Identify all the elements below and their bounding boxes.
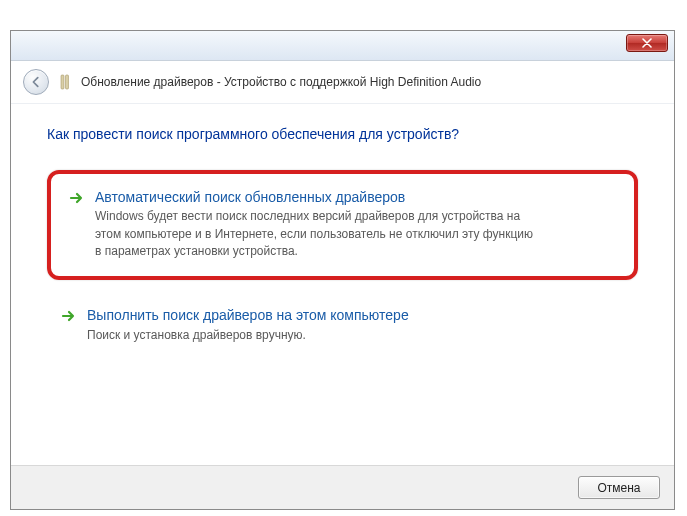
option-browse-computer[interactable]: Выполнить поиск драйверов на этом компью… xyxy=(47,296,638,356)
option-title: Автоматический поиск обновленных драйвер… xyxy=(95,188,535,206)
header-row: Обновление драйверов - Устройство с подд… xyxy=(11,61,674,104)
close-button[interactable] xyxy=(626,34,668,52)
svg-rect-0 xyxy=(61,75,64,89)
arrow-right-icon xyxy=(69,190,85,206)
cancel-button-label: Отмена xyxy=(597,481,640,495)
button-bar: Отмена xyxy=(11,465,674,509)
back-button[interactable] xyxy=(23,69,49,95)
window-title: Обновление драйверов - Устройство с подд… xyxy=(81,75,481,89)
option-title: Выполнить поиск драйверов на этом компью… xyxy=(87,306,409,324)
cancel-button[interactable]: Отмена xyxy=(578,476,660,499)
close-icon xyxy=(642,38,652,48)
option-description: Поиск и установка драйверов вручную. xyxy=(87,327,409,344)
device-icon xyxy=(57,74,73,90)
option-auto-search[interactable]: Автоматический поиск обновленных драйвер… xyxy=(47,170,638,280)
back-arrow-icon xyxy=(29,75,43,89)
svg-rect-1 xyxy=(66,75,69,89)
page-heading: Как провести поиск программного обеспече… xyxy=(47,126,638,142)
content-area: Как провести поиск программного обеспече… xyxy=(11,104,674,382)
arrow-right-icon xyxy=(61,308,77,324)
dialog-window: Обновление драйверов - Устройство с подд… xyxy=(10,30,675,510)
option-description: Windows будет вести поиск последних верс… xyxy=(95,208,535,260)
titlebar xyxy=(11,31,674,61)
